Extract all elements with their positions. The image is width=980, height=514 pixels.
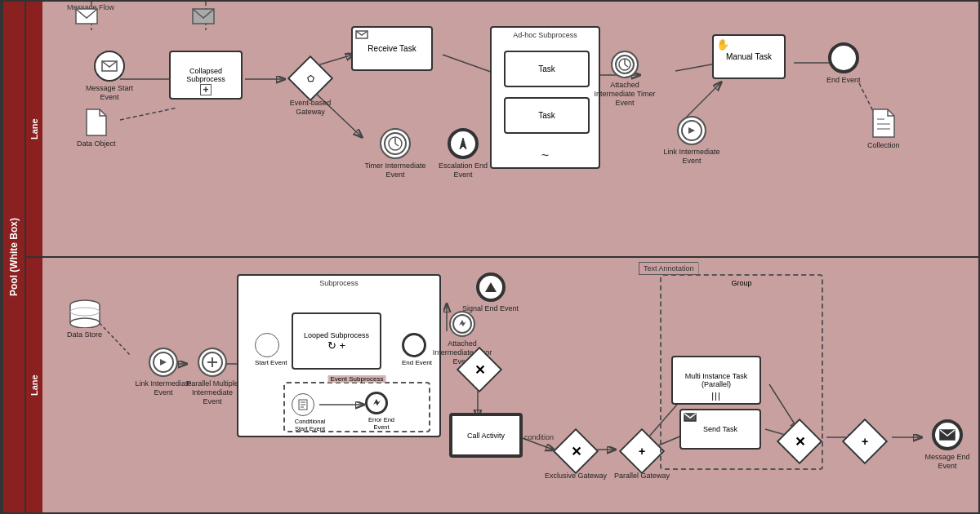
send-task[interactable]: Send Task: [679, 409, 761, 450]
exclusive-gateway-1[interactable]: ✕: [461, 352, 497, 388]
pool-content: Lane: [24, 2, 978, 512]
svg-marker-20: [460, 138, 466, 149]
adhoc-task1[interactable]: Task: [504, 51, 590, 87]
adhoc-marker: ~: [541, 148, 549, 163]
error-end-event[interactable]: Error End Event: [365, 392, 398, 431]
call-activity[interactable]: Call Activity: [449, 413, 523, 458]
pool: Pool (White Box) Lane: [0, 0, 980, 514]
svg-marker-50: [160, 359, 167, 366]
data-store[interactable]: Data Store: [67, 299, 102, 339]
multi-instance-task[interactable]: Multi Instance Task (Parallel) |||: [671, 356, 761, 405]
lane-2-label: Lane: [24, 258, 42, 512]
pool-label: Pool (White Box): [2, 2, 24, 512]
parallel-multiple-intermediate[interactable]: Parallel Multiple Intermediate Event: [184, 348, 241, 405]
attached-timer[interactable]: Attached Intermediate Timer Event: [592, 51, 657, 107]
message-end-event[interactable]: Message End Event: [916, 419, 978, 471]
subprocess-end[interactable]: End Event: [402, 333, 432, 366]
adhoc-task2[interactable]: Task: [504, 97, 590, 134]
lane-1-label: Lane: [24, 2, 42, 256]
signal-end-event[interactable]: Signal End Event: [462, 273, 519, 313]
svg-line-23: [625, 64, 628, 67]
svg-marker-58: [373, 399, 381, 405]
receive-task[interactable]: Receive Task: [351, 26, 433, 71]
lane-2-content: Data Store Link Intermediate Event: [42, 258, 978, 512]
data-object[interactable]: Data Object: [77, 108, 116, 148]
text-annotation: Text Annotation: [639, 262, 698, 275]
escalation-end-event[interactable]: Escalation End Event: [430, 128, 496, 179]
svg-marker-59: [459, 320, 466, 326]
exclusive-gateway-2[interactable]: ✕ Exclusive Gateway: [545, 433, 607, 481]
lane-1: Lane: [24, 2, 978, 258]
exclusive-gateway-3[interactable]: ✕: [782, 423, 817, 459]
svg-point-48: [70, 318, 100, 328]
svg-line-3: [120, 108, 177, 120]
event-sub-arrow: [285, 383, 429, 431]
looped-subprocess[interactable]: Looped Subprocess ↻ +: [292, 312, 381, 370]
event-based-gateway[interactable]: ⬠ Event-based Gateway: [278, 60, 343, 117]
message-start-event[interactable]: Message Start Event: [77, 51, 142, 102]
adhoc-subprocess[interactable]: Ad-hoc Subprocess Task Task ~: [490, 26, 600, 169]
svg-line-28: [100, 323, 131, 356]
parallel-gateway-2[interactable]: +: [847, 423, 883, 459]
collapsed-subprocess[interactable]: Collapsed Subprocess +: [169, 51, 243, 100]
message-envelope-2: [192, 8, 215, 26]
collection[interactable]: Collection: [867, 108, 900, 150]
manual-task[interactable]: ✋ Manual Task: [712, 34, 786, 79]
link-intermediate-event[interactable]: Link Intermediate Event: [659, 116, 724, 166]
lane-1-content: Message Flow Message Start Event: [42, 2, 978, 256]
subprocess-start[interactable]: Start Event: [255, 333, 287, 366]
end-event[interactable]: End Event: [826, 42, 861, 85]
svg-marker-60: [485, 282, 497, 292]
message-envelope-1: [75, 8, 98, 26]
timer-intermediate[interactable]: Timer Intermediate Event: [363, 128, 428, 179]
svg-marker-24: [688, 127, 695, 134]
subprocess-box[interactable]: Subprocess Start Event Looped Subprocess…: [237, 274, 441, 437]
svg-line-19: [395, 144, 399, 146]
event-subprocess-box[interactable]: Event Subprocess Conditional Start Event: [283, 382, 430, 432]
lane-2: Lane: [24, 258, 978, 512]
